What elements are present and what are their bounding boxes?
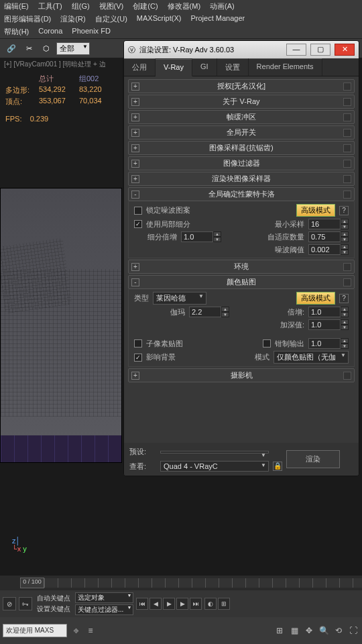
dmc-advanced-button[interactable]: 高级模式 bbox=[296, 204, 335, 217]
setkey-button[interactable]: 设置关键点 bbox=[35, 604, 72, 614]
timeline[interactable]: 0 / 100 100 bbox=[0, 576, 362, 590]
goto-start-icon[interactable]: ⏮ bbox=[136, 598, 148, 610]
menu-tools[interactable]: 工具(T) bbox=[38, 1, 62, 11]
menu-view[interactable]: 视图(V) bbox=[99, 1, 124, 11]
time-ruler[interactable]: 100 bbox=[44, 578, 362, 588]
cmap-help-button[interactable]: ? bbox=[339, 294, 349, 303]
expand-icon[interactable]: + bbox=[131, 175, 139, 183]
goto-end-icon[interactable]: ⏭ bbox=[190, 598, 202, 610]
menu-modifier[interactable]: 修改器(M) bbox=[168, 1, 201, 11]
mode-dropdown[interactable]: 仅颜色贴图（无伽 bbox=[274, 351, 349, 364]
subdiv-label: 细分倍增 bbox=[147, 232, 177, 242]
play-icon[interactable]: ▶ bbox=[163, 598, 175, 610]
gamma-spinner[interactable]: ▲▼ bbox=[189, 307, 229, 317]
menu-row3[interactable]: 帮助(H) Corona Phoenix FD bbox=[0, 25, 362, 38]
dialog-titlebar[interactable]: ⓥ 渲染设置: V-Ray Adv 3.60.03 — ▢ ✕ bbox=[124, 41, 359, 58]
burn-spinner[interactable]: ▲▼ bbox=[308, 319, 349, 330]
menu-animation[interactable]: 动画(A) bbox=[210, 1, 235, 11]
expand-icon[interactable]: + bbox=[131, 160, 139, 168]
expand-icon[interactable]: + bbox=[131, 83, 139, 91]
affect-bg-checkbox[interactable]: ✓ bbox=[134, 354, 142, 362]
perspective-viewport[interactable] bbox=[0, 188, 122, 463]
key-icon[interactable]: 🗝 bbox=[19, 597, 32, 610]
rollout-dmc: -全局确定性蒙特卡洛 锁定噪波图案 高级模式 ? ✓ 使用局部细分 最小采样 ▲… bbox=[128, 187, 355, 258]
menu-customize[interactable]: 自定义(U) bbox=[95, 14, 127, 24]
tab-settings[interactable]: 设置 bbox=[217, 58, 249, 76]
menu-row1[interactable]: 编辑(E) 工具(T) 组(G) 视图(V) 创建(C) 修改器(M) 动画(A… bbox=[0, 0, 362, 13]
menu-create[interactable]: 创建(C) bbox=[133, 1, 158, 11]
collapse-icon[interactable]: - bbox=[131, 191, 139, 199]
render-settings-dialog: ⓥ 渲染设置: V-Ray Adv 3.60.03 — ▢ ✕ 公用 V-Ray… bbox=[123, 40, 359, 476]
menu-corona[interactable]: Corona bbox=[38, 27, 62, 37]
expand-icon[interactable]: + bbox=[131, 263, 139, 271]
script-icon[interactable]: ⎆ bbox=[70, 625, 82, 637]
adapt-spinner[interactable]: ▲▼ bbox=[308, 231, 349, 242]
preset-dropdown[interactable] bbox=[160, 451, 269, 453]
dialog-body[interactable]: +授权[无名汉化] +关于 V-Ray +帧缓冲区 +全局开关 +图像采样器(抗… bbox=[124, 76, 359, 443]
bind-icon[interactable]: ⬡ bbox=[39, 41, 54, 56]
menu-render[interactable]: 渲染(R) bbox=[60, 14, 85, 24]
close-button[interactable]: ✕ bbox=[335, 44, 355, 56]
expand-icon[interactable]: + bbox=[131, 144, 139, 152]
render-button[interactable]: 渲染 bbox=[286, 450, 340, 468]
view-dropdown[interactable]: Quad 4 - VRayC bbox=[160, 461, 269, 472]
tab-vray[interactable]: V-Ray bbox=[156, 59, 192, 76]
min-sample-label: 最小采样 bbox=[275, 219, 304, 229]
clamp-checkbox[interactable] bbox=[263, 339, 271, 347]
tab-common[interactable]: 公用 bbox=[124, 58, 156, 76]
grid-icon[interactable]: ▦ bbox=[288, 625, 300, 637]
collapse-icon[interactable]: - bbox=[131, 278, 139, 286]
expand-icon[interactable]: + bbox=[131, 372, 139, 380]
cmap-advanced-button[interactable]: 高级模式 bbox=[296, 292, 335, 305]
use-local-checkbox[interactable]: ✓ bbox=[134, 220, 142, 228]
menu-row2[interactable]: 图形编辑器(D) 渲染(R) 自定义(U) MAXScript(X) Proje… bbox=[0, 13, 362, 25]
autokey-button[interactable]: 自动关键点 bbox=[35, 594, 72, 603]
zoom-icon[interactable]: 🔍 bbox=[318, 625, 330, 637]
rollout-auth: +授权[无名汉化] bbox=[128, 79, 355, 93]
key-target-dropdown[interactable]: 选定对象 bbox=[75, 592, 133, 603]
expand-icon[interactable]: + bbox=[131, 98, 139, 106]
menu-phoenix[interactable]: Phoenix FD bbox=[72, 27, 110, 37]
expand-icon[interactable]: + bbox=[131, 129, 139, 137]
viewport-camera-label[interactable]: [+] [VRayCam001 ] [明暗处理 + 边 bbox=[0, 58, 122, 71]
min-sample-spinner[interactable]: ▲▼ bbox=[308, 219, 349, 229]
lock-noise-checkbox[interactable] bbox=[134, 207, 142, 215]
link-icon[interactable]: 🔗 bbox=[4, 41, 19, 56]
pan-icon[interactable]: ✥ bbox=[303, 625, 315, 637]
rollout-framebuffer: +帧缓冲区 bbox=[128, 110, 355, 124]
listener-icon[interactable]: ≡ bbox=[84, 625, 97, 637]
cushion-mesh[interactable] bbox=[0, 238, 72, 314]
type-dropdown[interactable]: 莱因哈德 bbox=[153, 292, 206, 305]
maximize-viewport-icon[interactable]: ⛶ bbox=[347, 625, 359, 637]
subdiv-spinner[interactable]: ▲▼ bbox=[181, 231, 221, 242]
tab-gi[interactable]: GI bbox=[192, 58, 217, 76]
tab-render-elements[interactable]: Render Elements bbox=[249, 58, 322, 76]
noise-spinner[interactable]: ▲▼ bbox=[308, 244, 349, 255]
expand-icon[interactable]: + bbox=[131, 113, 139, 121]
isolate-icon[interactable]: ◐ bbox=[204, 598, 217, 610]
menu-edit[interactable]: 编辑(E) bbox=[4, 1, 29, 11]
menu-maxscript[interactable]: MAXScript(X) bbox=[137, 14, 182, 24]
subpixel-checkbox[interactable] bbox=[134, 339, 142, 347]
time-scrubber[interactable]: 0 / 100 bbox=[20, 578, 44, 588]
orbit-icon[interactable]: ⟲ bbox=[333, 625, 345, 637]
selection-filter-dropdown[interactable]: 全部 bbox=[56, 42, 90, 55]
minimize-button[interactable]: — bbox=[286, 44, 306, 56]
burn-label: 加深值: bbox=[280, 320, 304, 330]
lock-view-button[interactable]: 🔒 bbox=[273, 462, 282, 471]
snap-icon[interactable]: ⊞ bbox=[274, 625, 286, 637]
prev-frame-icon[interactable]: ◀ bbox=[149, 598, 162, 610]
unlink-icon[interactable]: ✂ bbox=[21, 41, 36, 56]
next-frame-icon[interactable]: ▶ bbox=[176, 598, 188, 610]
xref-icon[interactable]: ⊞ bbox=[218, 598, 230, 610]
key-filter-button[interactable]: 关键点过滤器... bbox=[75, 604, 133, 615]
menu-projectmgr[interactable]: Project Manager bbox=[190, 14, 245, 24]
dmc-help-button[interactable]: ? bbox=[339, 206, 349, 215]
mult-spinner[interactable]: ▲▼ bbox=[308, 307, 349, 317]
menu-grapheditor[interactable]: 图形编辑器(D) bbox=[4, 14, 51, 24]
lock-selection-icon[interactable]: ⊘ bbox=[3, 597, 16, 610]
clamp-spinner[interactable]: ▲▼ bbox=[308, 338, 349, 349]
menu-group[interactable]: 组(G) bbox=[72, 1, 90, 11]
menu-help[interactable]: 帮助(H) bbox=[4, 27, 29, 37]
maximize-button[interactable]: ▢ bbox=[310, 44, 330, 56]
